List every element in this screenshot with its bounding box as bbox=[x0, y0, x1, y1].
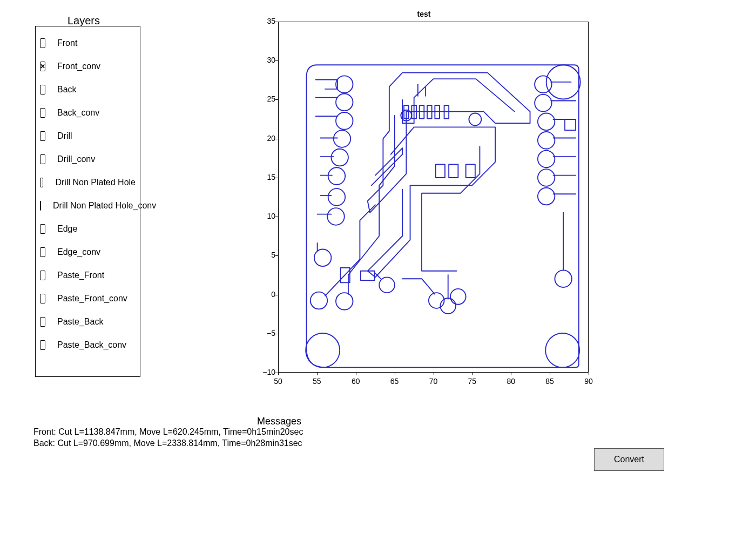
layer-checkbox-icon[interactable] bbox=[40, 38, 45, 48]
layer-row-drill-non-plated-hole-conv[interactable]: Drill Non Plated Hole_conv bbox=[40, 201, 136, 211]
svg-point-4 bbox=[336, 76, 353, 93]
x-tick-mark bbox=[356, 373, 356, 375]
layer-label: Edge bbox=[57, 224, 77, 234]
layer-row-drill[interactable]: Drill bbox=[40, 131, 136, 141]
layer-label: Back bbox=[57, 85, 77, 94]
convert-button-label: Convert bbox=[614, 455, 644, 464]
plot-area bbox=[278, 22, 589, 373]
layer-row-paste-back-conv[interactable]: Paste_Back_conv bbox=[40, 340, 136, 350]
plot-title: test bbox=[417, 10, 431, 18]
svg-rect-37 bbox=[466, 165, 475, 178]
svg-rect-24 bbox=[361, 271, 375, 280]
svg-point-21 bbox=[310, 292, 328, 309]
layer-label: Paste_Back bbox=[57, 317, 103, 327]
y-tick-mark bbox=[275, 22, 278, 22]
layer-row-paste-front[interactable]: Paste_Front bbox=[40, 271, 136, 280]
layer-checkbox-icon[interactable] bbox=[40, 154, 45, 164]
layer-row-back-conv[interactable]: Back_conv bbox=[40, 108, 136, 118]
layer-checkbox-icon[interactable] bbox=[40, 224, 45, 234]
svg-point-13 bbox=[535, 76, 552, 93]
layer-label: Paste_Back_conv bbox=[57, 340, 126, 350]
svg-point-7 bbox=[334, 130, 351, 147]
layer-checkbox-icon[interactable] bbox=[40, 294, 45, 303]
plot-svg bbox=[279, 22, 588, 372]
y-tick-label: 5 bbox=[259, 251, 275, 259]
convert-button[interactable]: Convert bbox=[594, 448, 664, 471]
layer-row-front[interactable]: Front bbox=[40, 38, 136, 48]
layer-checkbox-icon[interactable] bbox=[40, 85, 45, 94]
svg-point-19 bbox=[538, 188, 555, 205]
layer-row-drill-conv[interactable]: Drill_conv bbox=[40, 154, 136, 164]
y-tick-label: 35 bbox=[259, 17, 275, 25]
layers-panel: Front✕Front_convBackBack_convDrillDrill_… bbox=[35, 26, 140, 377]
x-tick-label: 50 bbox=[270, 377, 286, 386]
svg-point-15 bbox=[538, 113, 555, 130]
layer-checkbox-icon[interactable] bbox=[40, 340, 45, 350]
svg-point-12 bbox=[314, 249, 332, 266]
y-tick-label: 30 bbox=[259, 56, 275, 64]
y-tick-label: 15 bbox=[259, 173, 275, 181]
layer-row-paste-front-conv[interactable]: Paste_Front_conv bbox=[40, 294, 136, 303]
x-tick-label: 55 bbox=[309, 377, 325, 386]
layer-label: Drill Non Plated Hole_conv bbox=[53, 201, 156, 211]
svg-point-17 bbox=[538, 151, 555, 168]
layer-label: Drill bbox=[57, 131, 72, 141]
layer-checkbox-icon[interactable] bbox=[40, 271, 45, 280]
svg-point-28 bbox=[450, 289, 466, 305]
layer-row-edge[interactable]: Edge bbox=[40, 224, 136, 234]
y-tick-mark bbox=[275, 217, 278, 217]
layer-label: Front_conv bbox=[57, 62, 100, 71]
x-tick-label: 65 bbox=[387, 377, 403, 386]
y-tick-label: −5 bbox=[259, 329, 275, 338]
plot-container: test bbox=[254, 10, 594, 382]
svg-point-6 bbox=[336, 112, 353, 130]
layer-row-back[interactable]: Back bbox=[40, 85, 136, 94]
svg-point-16 bbox=[538, 132, 555, 149]
x-tick-mark bbox=[317, 373, 318, 375]
messages-body: Front: Cut L=1138.847mm, Move L=620.245m… bbox=[33, 427, 303, 449]
svg-point-8 bbox=[331, 149, 348, 166]
layer-checkbox-icon[interactable] bbox=[40, 178, 43, 187]
layer-label: Front bbox=[57, 38, 77, 48]
layer-checkbox-icon[interactable] bbox=[40, 201, 41, 211]
layer-row-front-conv[interactable]: ✕Front_conv bbox=[40, 62, 136, 71]
layer-label: Back_conv bbox=[57, 108, 99, 118]
messages-line: Back: Cut L=970.699mm, Move L=2338.814mm… bbox=[33, 438, 303, 449]
svg-point-18 bbox=[538, 169, 555, 186]
y-tick-label: 25 bbox=[259, 94, 275, 103]
x-tick-label: 80 bbox=[503, 377, 519, 386]
x-tick-mark bbox=[550, 373, 550, 375]
layer-checkbox-icon[interactable] bbox=[40, 108, 45, 118]
x-tick-mark bbox=[589, 373, 589, 375]
layer-row-drill-non-plated-hole[interactable]: Drill Non Plated Hole bbox=[40, 178, 136, 187]
y-tick-mark bbox=[275, 295, 278, 295]
x-tick-label: 70 bbox=[426, 377, 442, 386]
y-tick-label: 0 bbox=[259, 290, 275, 299]
y-tick-mark bbox=[275, 178, 278, 178]
layers-title: Layers bbox=[68, 15, 100, 27]
y-tick-mark bbox=[275, 334, 278, 334]
layer-checkbox-icon[interactable]: ✕ bbox=[40, 62, 45, 71]
layer-checkbox-icon[interactable] bbox=[40, 131, 45, 141]
y-tick-label: 10 bbox=[259, 212, 275, 220]
x-tick-label: 75 bbox=[464, 377, 480, 386]
x-tick-mark bbox=[278, 373, 279, 375]
svg-point-11 bbox=[327, 208, 345, 225]
svg-point-10 bbox=[328, 188, 346, 206]
layer-row-edge-conv[interactable]: Edge_conv bbox=[40, 247, 136, 257]
messages-title: Messages bbox=[257, 416, 301, 427]
layer-checkbox-icon[interactable] bbox=[40, 317, 45, 327]
messages-line: Front: Cut L=1138.847mm, Move L=620.245m… bbox=[33, 427, 303, 438]
layer-label: Drill_conv bbox=[57, 154, 95, 164]
layer-label: Paste_Front bbox=[57, 271, 104, 280]
layer-label: Drill Non Plated Hole bbox=[55, 178, 136, 187]
layer-label: Paste_Front_conv bbox=[57, 294, 127, 303]
y-tick-label: −10 bbox=[259, 368, 275, 376]
layer-row-paste-back[interactable]: Paste_Back bbox=[40, 317, 136, 327]
svg-point-14 bbox=[535, 94, 552, 112]
svg-point-5 bbox=[336, 93, 353, 111]
svg-point-9 bbox=[328, 167, 346, 185]
y-tick-mark bbox=[275, 139, 278, 139]
svg-rect-36 bbox=[449, 165, 458, 178]
layer-checkbox-icon[interactable] bbox=[40, 247, 45, 257]
